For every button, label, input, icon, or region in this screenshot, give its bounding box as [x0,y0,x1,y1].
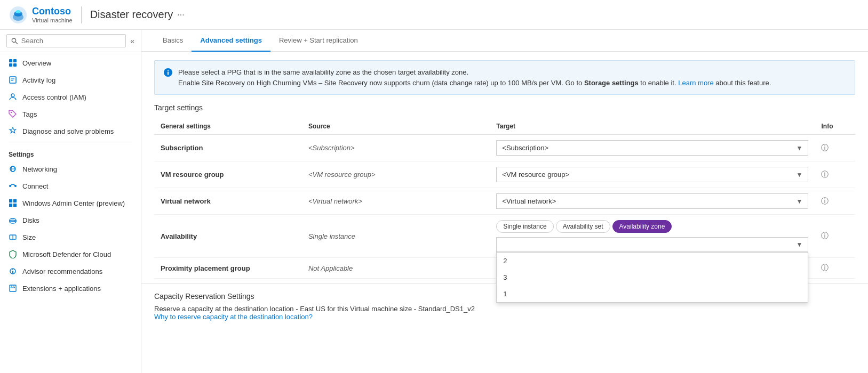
access-control-label: Access control (IAM) [22,93,86,101]
sidebar-item-diagnose[interactable]: Diagnose and solve problems [0,123,141,140]
col-header-source: Source [302,118,490,135]
sidebar-item-size[interactable]: Size [0,229,141,246]
vm-resource-group-dropdown[interactable]: <VM resource group> ▼ [496,167,808,182]
svg-rect-36 [168,72,169,75]
extensions-label: Extensions + applications [22,285,101,293]
banner-text: Please select a PPG that is in the same … [178,67,771,88]
subscription-info-icon[interactable]: ⓘ [821,143,829,152]
search-box[interactable] [6,34,126,47]
banner-after-link: to enable it. [639,79,678,87]
svg-rect-8 [9,63,12,67]
learn-more-link[interactable]: Learn more [678,79,713,87]
windows-admin-icon [9,199,17,207]
vm-resource-group-info-icon[interactable]: ⓘ [821,170,829,179]
virtual-network-info-icon[interactable]: ⓘ [821,197,829,205]
settings-section-label: Settings [0,144,141,160]
availability-zone-option-3[interactable]: 3 [497,269,808,286]
svg-rect-7 [13,59,17,62]
svg-rect-21 [13,199,17,202]
table-row-subscription: Subscription <Subscription> <Subscriptio… [154,135,855,161]
banner-suffix: about this feature. [714,79,771,87]
sidebar-item-activity-log[interactable]: Activity log [0,71,141,88]
tab-basics[interactable]: Basics [154,30,192,52]
info-banner: Please select a PPG that is in the same … [154,60,855,95]
sidebar-item-extensions[interactable]: Extensions + applications [0,280,141,297]
settings-divider [9,142,132,142]
sidebar-item-disks[interactable]: Disks [0,212,141,229]
settings-table: General settings Source Target Info Subs… [154,118,855,279]
sidebar-item-networking[interactable]: Networking [0,160,141,177]
table-row-vm-resource-group: VM resource group <VM resource group> <V… [154,161,855,188]
proximity-placement-group-source: Not Applicable [308,264,353,272]
svg-rect-6 [9,59,12,62]
sidebar-item-defender[interactable]: Microsoft Defender for Cloud [0,246,141,263]
tabs-bar: Basics Advanced settings Review + Start … [141,30,868,52]
svg-point-14 [11,112,12,113]
col-header-target: Target [490,118,815,135]
avail-single-instance-btn[interactable]: Single instance [496,220,553,233]
vm-resource-group-dropdown-value: <VM resource group> [502,171,569,179]
vm-resource-group-dropdown-arrow: ▼ [797,171,803,179]
availability-zone-dropdown-list: 2 3 1 [496,252,808,303]
tags-label: Tags [22,110,37,118]
header-divider [81,6,82,23]
availability-zone-dropdown[interactable]: ▼ [496,237,808,252]
availability-info-icon[interactable]: ⓘ [821,231,829,240]
advisor-icon [9,267,17,275]
contoso-logo-icon [9,5,28,25]
availability-zone-option-1[interactable]: 1 [497,286,808,302]
sidebar: « Overview Activity log [0,30,141,373]
defender-icon [9,250,17,258]
banner-line1: Please select a PPG that is in the same … [178,68,468,76]
search-input[interactable] [21,37,121,45]
svg-line-5 [15,42,18,44]
disks-label: Disks [22,216,39,224]
svg-rect-33 [10,285,16,291]
app-logo: Contoso Virtual machine [9,5,73,25]
sidebar-item-advisor[interactable]: Advisor recommendations [0,263,141,280]
svg-point-4 [12,38,15,42]
svg-rect-10 [10,77,16,83]
tab-advanced-settings[interactable]: Advanced settings [192,30,270,52]
extensions-icon [9,284,17,293]
virtual-network-dropdown-value: <Virtual network> [502,197,556,205]
diagnose-label: Diagnose and solve problems [22,127,114,135]
svg-point-35 [168,70,169,71]
company-name: Contoso [32,6,73,17]
virtual-network-dropdown[interactable]: <Virtual network> ▼ [496,193,808,209]
main-content: Basics Advanced settings Review + Start … [141,30,868,373]
capacity-link[interactable]: Why to reserve capacity at the destinati… [154,313,313,321]
collapse-sidebar-button[interactable]: « [130,37,134,45]
virtual-network-dropdown-arrow: ▼ [797,198,803,205]
sidebar-item-overview[interactable]: Overview [0,54,141,71]
sidebar-item-windows-admin[interactable]: Windows Admin Center (preview) [0,194,141,212]
svg-point-13 [11,94,14,97]
table-row-availability: Availability Single instance Single inst… [154,215,855,258]
avail-availability-zone-btn[interactable]: Availability zone [612,220,672,233]
sidebar-item-tags[interactable]: Tags [0,106,141,123]
availability-zone-arrow: ▼ [797,241,803,248]
subscription-dropdown[interactable]: <Subscription> ▼ [496,140,808,156]
svg-point-18 [9,185,11,187]
sidebar-item-connect[interactable]: Connect [0,177,141,194]
availability-options: Single instance Availability set Availab… [496,220,808,233]
capacity-description: Reserve a capacity at the destination lo… [154,305,855,313]
defender-label: Microsoft Defender for Cloud [22,250,111,258]
col-header-general: General settings [154,118,302,135]
subscription-dropdown-value: <Subscription> [502,144,548,152]
storage-settings-link[interactable]: Storage settings [584,79,639,87]
search-icon [11,37,18,45]
more-options-icon[interactable]: ··· [177,10,184,20]
svg-rect-23 [13,204,17,207]
svg-point-3 [15,10,21,13]
availability-zone-option-2[interactable]: 2 [497,253,808,269]
avail-availability-set-btn[interactable]: Availability set [556,220,610,233]
tab-review[interactable]: Review + Start replication [270,30,367,52]
info-banner-icon [163,68,173,88]
networking-icon [9,165,17,173]
resource-type: Virtual machine [32,17,73,23]
activity-log-icon [9,76,17,84]
proximity-placement-group-info-icon[interactable]: ⓘ [821,263,829,272]
sidebar-item-access-control[interactable]: Access control (IAM) [0,88,141,106]
svg-rect-9 [13,63,17,67]
